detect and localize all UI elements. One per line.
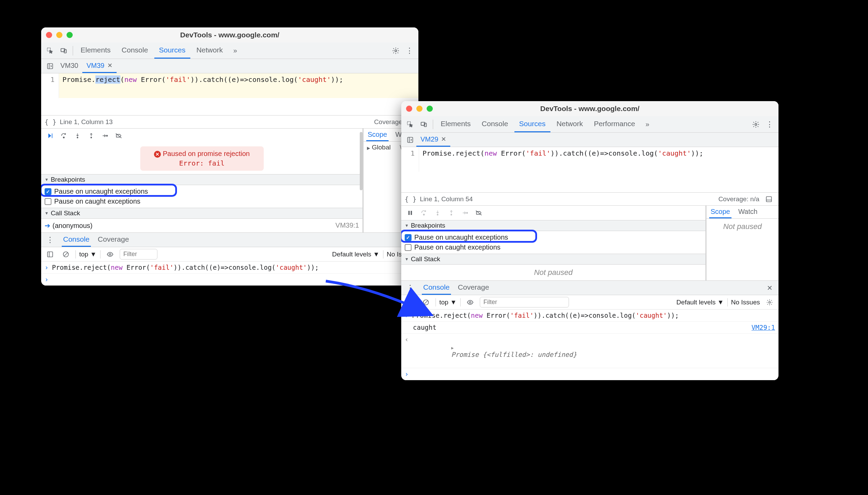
- eye-icon[interactable]: [464, 296, 476, 309]
- close-drawer-icon[interactable]: ✕: [763, 282, 776, 294]
- callstack-not-paused: Not paused: [401, 265, 705, 280]
- console-prompt-row[interactable]: ›: [401, 368, 778, 380]
- gear-icon[interactable]: [390, 45, 402, 57]
- drawer-tab-console[interactable]: Console: [62, 233, 91, 247]
- console-input-text[interactable]: Promise.reject(new Error('fail')).catch(…: [52, 264, 415, 271]
- callstack-header[interactable]: ▼Call Stack: [401, 254, 705, 265]
- svg-rect-6: [52, 133, 52, 138]
- svg-point-10: [106, 135, 107, 136]
- checkbox-unchecked-icon[interactable]: ✓: [405, 244, 412, 251]
- sidebar-toggle-icon[interactable]: [404, 296, 416, 309]
- close-tab-icon[interactable]: ✕: [107, 62, 112, 69]
- more-tabs-icon[interactable]: »: [229, 45, 241, 57]
- bp-caught[interactable]: ✓ Pause on caught exceptions: [45, 196, 359, 206]
- step-icon[interactable]: [459, 207, 471, 219]
- context-selector[interactable]: top ▼: [79, 251, 97, 258]
- more-tabs-icon[interactable]: »: [641, 118, 654, 131]
- code-line[interactable]: Promise.reject(new Error('fail')).catch(…: [59, 73, 418, 98]
- scope-label: Global: [372, 144, 391, 151]
- prompt-icon: ›: [45, 276, 48, 283]
- file-tabs: VM30 VM39 ✕: [41, 59, 418, 73]
- device-toggle-icon[interactable]: [58, 45, 70, 57]
- deactivate-breakpoints-icon[interactable]: [112, 130, 125, 142]
- step-out-icon[interactable]: [445, 207, 457, 219]
- clear-console-icon[interactable]: [60, 248, 72, 261]
- step-icon[interactable]: [99, 130, 111, 142]
- file-tab-vm39[interactable]: VM39 ✕: [82, 59, 116, 73]
- tab-sources[interactable]: Sources: [514, 116, 550, 132]
- tab-console[interactable]: Console: [117, 43, 153, 59]
- checkbox-unchecked-icon[interactable]: ✓: [45, 198, 51, 205]
- console-return-text[interactable]: ▶ Promise {<fulfilled>: undefined}: [412, 336, 775, 366]
- step-into-icon[interactable]: [431, 207, 444, 219]
- kebab-icon[interactable]: ⋮: [763, 118, 776, 131]
- context-selector[interactable]: top ▼: [439, 299, 457, 306]
- console-input-row: › Promise.reject(new Error('fail')).catc…: [41, 262, 418, 274]
- issues-button[interactable]: No Issues: [731, 299, 760, 306]
- coverage-status: Coverage: n/a: [718, 195, 759, 203]
- svg-point-37: [769, 301, 771, 303]
- console-input-text[interactable]: Promise.reject(new Error('fail')).catch(…: [412, 312, 775, 319]
- tab-sources[interactable]: Sources: [154, 43, 190, 59]
- callstack-header[interactable]: ▼Call Stack: [41, 208, 362, 219]
- tab-network[interactable]: Network: [552, 116, 588, 132]
- pause-title: Paused on promise rejection: [163, 150, 250, 157]
- bp-caught[interactable]: ✓ Pause on caught exceptions: [405, 242, 702, 252]
- inspect-icon[interactable]: [44, 45, 56, 57]
- log-levels-selector[interactable]: Default levels ▼: [676, 299, 724, 306]
- resume-icon[interactable]: [44, 130, 56, 142]
- step-over-icon[interactable]: [418, 207, 430, 219]
- frame-name: (anonymous): [52, 222, 93, 229]
- pretty-print-icon[interactable]: { }: [45, 118, 56, 126]
- gear-icon[interactable]: [763, 296, 776, 309]
- tab-elements[interactable]: Elements: [76, 43, 116, 59]
- drawer-tab-coverage[interactable]: Coverage: [456, 281, 490, 295]
- pause-icon[interactable]: [404, 207, 416, 219]
- collapse-icon[interactable]: [763, 193, 775, 205]
- deactivate-breakpoints-icon[interactable]: [473, 207, 485, 219]
- step-over-icon[interactable]: [58, 130, 70, 142]
- log-source-link[interactable]: VM29:1: [751, 324, 775, 331]
- step-out-icon[interactable]: [85, 130, 97, 142]
- kebab-icon[interactable]: ⋮: [404, 282, 416, 294]
- console-prompt-row[interactable]: ›: [41, 274, 418, 286]
- svg-rect-23: [766, 196, 772, 202]
- tab-scope[interactable]: Scope: [366, 129, 389, 141]
- eye-icon[interactable]: [104, 248, 116, 261]
- filter-input[interactable]: [480, 297, 569, 307]
- console-output: › Promise.reject(new Error('fail')).catc…: [41, 262, 418, 286]
- callstack-row[interactable]: ➔(anonymous) VM39:1: [45, 220, 359, 231]
- pretty-print-icon[interactable]: { }: [405, 195, 416, 203]
- navigator-toggle-icon[interactable]: [44, 60, 56, 72]
- file-tab-vm29[interactable]: VM29 ✕: [416, 133, 450, 147]
- file-tab-vm30[interactable]: VM30: [56, 59, 82, 73]
- filter-input[interactable]: [120, 249, 157, 259]
- code-line[interactable]: Promise.reject(new Error('fail')).catch(…: [419, 147, 778, 172]
- gear-icon[interactable]: [750, 118, 762, 131]
- tab-performance[interactable]: Performance: [589, 116, 640, 132]
- tab-network[interactable]: Network: [192, 43, 228, 59]
- navigator-toggle-icon[interactable]: [404, 134, 416, 146]
- drawer-tab-console[interactable]: Console: [422, 281, 451, 295]
- expand-icon[interactable]: ▶: [367, 146, 370, 150]
- code-editor[interactable]: 1 Promise.reject(new Error('fail')).catc…: [401, 147, 778, 172]
- callstack-list: ➔(anonymous) VM39:1: [41, 219, 362, 232]
- tab-elements[interactable]: Elements: [436, 116, 476, 132]
- expand-icon[interactable]: ▶: [451, 346, 454, 350]
- code-editor[interactable]: 1 Promise.reject(new Error('fail')).catc…: [41, 73, 418, 98]
- drawer-tab-coverage[interactable]: Coverage: [96, 233, 130, 247]
- tab-scope[interactable]: Scope: [709, 206, 732, 218]
- sidebar-toggle-icon[interactable]: [44, 248, 56, 261]
- clear-console-icon[interactable]: [420, 296, 432, 309]
- kebab-icon[interactable]: ⋮: [403, 45, 416, 57]
- close-tab-icon[interactable]: ✕: [441, 135, 446, 143]
- step-into-icon[interactable]: [71, 130, 84, 142]
- kebab-icon[interactable]: ⋮: [44, 234, 56, 246]
- tab-console[interactable]: Console: [477, 116, 513, 132]
- bp-label: Pause on caught exceptions: [414, 243, 500, 251]
- scope-tabs: Scope Watch: [706, 206, 778, 219]
- log-levels-selector[interactable]: Default levels ▼: [332, 251, 379, 258]
- device-toggle-icon[interactable]: [418, 118, 430, 131]
- tab-watch[interactable]: Watch: [737, 206, 759, 218]
- inspect-icon[interactable]: [404, 118, 416, 131]
